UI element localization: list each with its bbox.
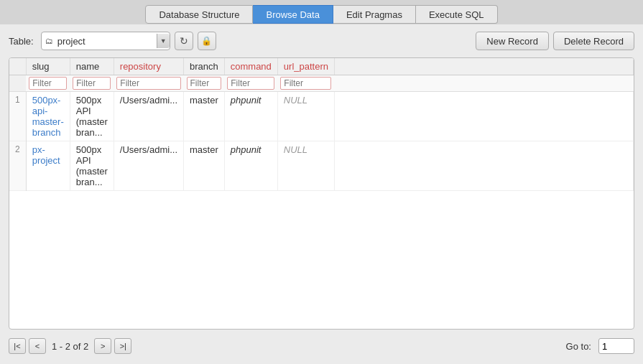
col-header-empty: [334, 58, 633, 75]
cell-name: 500px API (master bran...: [70, 141, 114, 191]
filter-name[interactable]: [70, 75, 114, 92]
cell-url-pattern: NULL: [277, 141, 334, 191]
delete-record-button[interactable]: Delete Record: [553, 32, 634, 50]
filter-slug-input[interactable]: [29, 77, 67, 90]
filter-slug[interactable]: [26, 75, 70, 92]
col-header-branch[interactable]: branch: [184, 58, 225, 75]
data-table-container: slug name repository branch command url_…: [9, 57, 634, 330]
table-body: 1500px-api-master-branch500px API (maste…: [9, 92, 634, 191]
tab-browse-data[interactable]: Browse Data: [253, 5, 333, 24]
goto-label: Go to:: [566, 341, 591, 352]
cell-name: 500px API (master bran...: [70, 92, 114, 141]
table-label: Table:: [9, 36, 34, 47]
new-record-button[interactable]: New Record: [476, 32, 549, 50]
refresh-icon: ↻: [180, 35, 188, 47]
table-name: project: [57, 36, 154, 47]
filter-repo[interactable]: [114, 75, 183, 92]
cell-slug: 500px-api-master-branch: [26, 92, 70, 141]
cell-repository: /Users/admi...: [114, 141, 183, 191]
cell-command: phpunit: [224, 141, 277, 191]
tab-bar: Database Structure Browse Data Edit Prag…: [0, 0, 643, 24]
cell-branch: master: [184, 141, 225, 191]
col-header-slug[interactable]: slug: [26, 58, 70, 75]
filter-repo-input[interactable]: [116, 77, 180, 90]
filter-url-input[interactable]: [280, 77, 331, 90]
table-selector[interactable]: 🗂 project ▼: [41, 32, 170, 50]
page-info: 1 - 2 of 2: [49, 341, 91, 352]
cell-url-pattern: NULL: [277, 92, 334, 141]
filter-name-input[interactable]: [73, 77, 111, 90]
filter-icon: 🔒: [201, 36, 212, 46]
cell-command: phpunit: [224, 92, 277, 141]
tab-database-structure[interactable]: Database Structure: [145, 5, 253, 24]
cell-empty: [334, 92, 633, 141]
data-table: slug name repository branch command url_…: [9, 58, 634, 191]
filter-branch-input[interactable]: [187, 77, 222, 90]
col-header-num: [9, 58, 26, 75]
first-page-button[interactable]: |<: [9, 338, 26, 354]
filter-empty: [334, 75, 633, 92]
table-header-row: slug name repository branch command url_…: [9, 58, 634, 75]
next-page-button[interactable]: >: [94, 338, 111, 354]
filter-branch[interactable]: [184, 75, 225, 92]
tab-execute-sql[interactable]: Execute SQL: [416, 5, 498, 24]
col-header-repository[interactable]: repository: [114, 58, 183, 75]
main-content: Table: 🗂 project ▼ ↻ 🔒 New Record Delete…: [0, 24, 643, 364]
table-row[interactable]: 1500px-api-master-branch500px API (maste…: [9, 92, 634, 141]
table-icon: 🗂: [45, 36, 55, 46]
table-row[interactable]: 2px-project500px API (master bran.../Use…: [9, 141, 634, 191]
cell-branch: master: [184, 92, 225, 141]
col-header-url-pattern[interactable]: url_pattern: [277, 58, 334, 75]
filter-button[interactable]: 🔒: [198, 32, 216, 50]
goto-input[interactable]: [598, 338, 634, 354]
prev-page-button[interactable]: <: [29, 338, 46, 354]
cell-num: 1: [9, 92, 26, 141]
cell-num: 2: [9, 141, 26, 191]
col-header-command[interactable]: command: [224, 58, 277, 75]
table-dropdown-arrow[interactable]: ▼: [157, 34, 170, 48]
refresh-button[interactable]: ↻: [175, 32, 193, 50]
cell-repository: /Users/admi...: [114, 92, 183, 141]
filter-command-input[interactable]: [227, 77, 274, 90]
col-header-name[interactable]: name: [70, 58, 114, 75]
toolbar: Table: 🗂 project ▼ ↻ 🔒 New Record Delete…: [9, 32, 634, 50]
last-page-button[interactable]: >|: [114, 338, 131, 354]
cell-empty: [334, 141, 633, 191]
pagination-bar: |< < 1 - 2 of 2 > >| Go to:: [9, 335, 634, 357]
filter-num: [9, 75, 26, 92]
filter-url[interactable]: [277, 75, 334, 92]
cell-slug: px-project: [26, 141, 70, 191]
tab-edit-pragmas[interactable]: Edit Pragmas: [333, 5, 416, 24]
filter-command[interactable]: [224, 75, 277, 92]
filter-row: [9, 75, 634, 92]
